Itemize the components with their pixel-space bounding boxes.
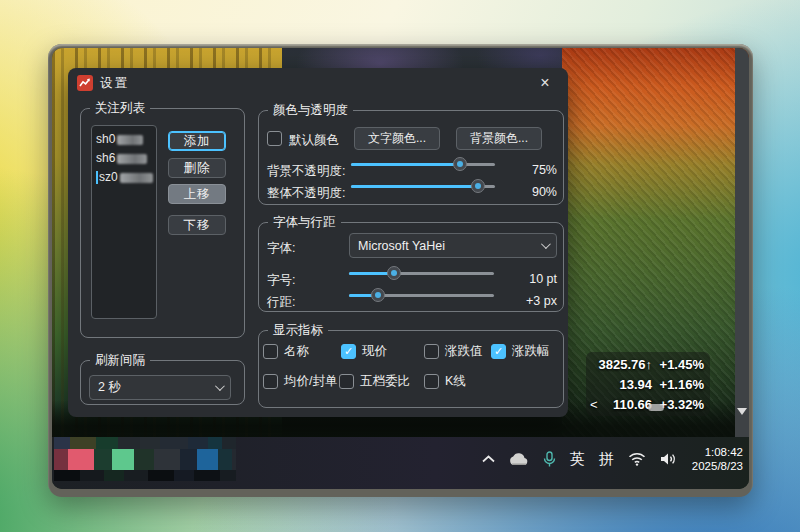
monitor-screen: 设置 × 关注列表 sh0sh6sz0 添加 删除 上移 下移 刷新间隔 2 秒 (48, 44, 753, 497)
taskbar-app-tile[interactable] (180, 449, 197, 470)
ime-mode-indicator[interactable]: 拼 (599, 450, 614, 469)
line-spacing-slider[interactable] (349, 286, 494, 304)
indicator-checkbox[interactable]: 五档委比 (339, 373, 410, 390)
taskbar-app-tile[interactable] (54, 449, 68, 470)
chevron-down-icon (215, 381, 225, 391)
wifi-icon[interactable] (628, 452, 646, 466)
taskbar-app-tile[interactable] (54, 437, 70, 449)
taskbar-app-tile[interactable] (94, 449, 112, 470)
checkbox-empty (263, 344, 278, 359)
watchlist-item[interactable]: sh0 (96, 130, 156, 149)
watchlist-item-code: sh0 (96, 130, 115, 149)
delete-button[interactable]: 删除 (168, 158, 226, 178)
indicator-checkbox[interactable]: 名称 (263, 343, 309, 360)
ime-language-indicator[interactable]: 英 (570, 450, 585, 469)
text-color-button[interactable]: 文字颜色... (354, 127, 440, 150)
scrollbar-strip[interactable] (735, 48, 749, 437)
cloud-icon[interactable] (509, 452, 529, 466)
move-up-button[interactable]: 上移 (168, 184, 226, 204)
indicator-checkbox[interactable]: 涨跌值 (424, 343, 483, 360)
overall-opacity-label: 整体不透明度: (267, 185, 345, 202)
microphone-icon[interactable] (543, 451, 556, 468)
default-color-label: 默认颜色 (289, 132, 339, 149)
watchlist-item[interactable]: sh6 (96, 149, 156, 168)
taskbar-app-tile[interactable] (96, 437, 118, 449)
checkbox-empty (263, 374, 278, 389)
overall-opacity-slider[interactable] (351, 177, 495, 195)
stock-price: 3825.76↑ (598, 357, 652, 372)
watchlist-item-code: sh6 (96, 149, 115, 168)
redacted-text (117, 154, 147, 164)
taskbar-app-tile[interactable] (134, 449, 154, 470)
stock-price: 13.94 (598, 377, 652, 392)
taskbar-app-tile[interactable] (140, 437, 160, 449)
taskbar-app-tile[interactable] (54, 470, 80, 481)
indicator-checkbox[interactable]: ✓涨跌幅 (491, 343, 550, 360)
refresh-group: 刷新间隔 2 秒 (80, 360, 245, 405)
move-down-button[interactable]: 下移 (168, 215, 226, 235)
watchlist-item[interactable]: sz0 (96, 168, 156, 187)
scrollbar-down-icon[interactable] (737, 408, 747, 415)
overall-opacity-value: 90% (503, 185, 557, 199)
speaker-icon[interactable] (660, 452, 677, 466)
bg-opacity-slider[interactable] (351, 155, 495, 173)
indicator-checkbox[interactable]: 均价/封单 (263, 373, 337, 390)
indicator-label: K线 (445, 373, 466, 390)
redacted-text (117, 135, 143, 145)
taskbar-app-tile[interactable] (222, 437, 236, 449)
text-caret-icon (96, 171, 98, 184)
mosaic-row (54, 449, 236, 470)
tray-clock[interactable]: 1:08:42 2025/8/23 (692, 445, 743, 473)
line-spacing-label: 行距: (267, 294, 295, 311)
add-button[interactable]: 添加 (168, 131, 226, 151)
font-family-value: Microsoft YaHei (358, 239, 445, 253)
taskbar-app-tile[interactable] (188, 437, 208, 449)
tray-chevron-up-icon[interactable] (482, 455, 495, 463)
bg-color-button[interactable]: 背景颜色... (456, 127, 542, 150)
taskbar-app-tile[interactable] (124, 470, 148, 481)
default-color-checkbox[interactable] (267, 131, 282, 146)
taskbar-app-tile[interactable] (208, 437, 222, 449)
indicator-checkbox[interactable]: ✓现价 (341, 343, 387, 360)
slider-thumb[interactable] (471, 179, 485, 193)
taskbar-app-tile[interactable] (68, 449, 94, 470)
dialog-title: 设置 (100, 75, 129, 92)
refresh-interval-select[interactable]: 2 秒 (89, 375, 231, 400)
taskbar-app-tile[interactable] (148, 470, 174, 481)
stock-row: 3825.76↑+1.45% (590, 354, 704, 374)
font-family-select[interactable]: Microsoft YaHei (349, 233, 557, 258)
indicator-label: 五档委比 (360, 373, 410, 390)
system-tray: 英 拼 1:08:42 2025/8/23 (475, 437, 743, 481)
indicator-row-1: 名称✓现价涨跌值✓涨跌幅 (259, 343, 563, 363)
slider-thumb[interactable] (453, 157, 467, 171)
indicators-group-label: 显示指标 (268, 322, 328, 339)
taskbar-app-tile[interactable] (220, 470, 236, 481)
taskbar-app-tile[interactable] (174, 470, 194, 481)
taskbar-app-tile[interactable] (160, 437, 188, 449)
font-size-slider[interactable] (349, 264, 494, 282)
taskbar-app-tile[interactable] (154, 449, 180, 470)
chevron-down-icon (541, 239, 551, 249)
indicator-checkbox[interactable]: K线 (424, 373, 466, 390)
taskbar-app-tile[interactable] (218, 449, 232, 470)
taskbar-app-tile[interactable] (232, 449, 236, 470)
taskbar-app-tile[interactable] (80, 470, 104, 481)
drag-handle-dot (648, 404, 664, 411)
taskbar-app-tile[interactable] (194, 470, 220, 481)
watchlist-group: 关注列表 sh0sh6sz0 添加 删除 上移 下移 (80, 108, 245, 338)
refresh-interval-value: 2 秒 (98, 379, 121, 396)
taskbar-app-tile[interactable] (104, 470, 124, 481)
taskbar-app-tile[interactable] (112, 449, 134, 470)
close-icon[interactable]: × (534, 73, 556, 93)
stock-row: 13.94+1.16% (590, 374, 704, 394)
taskbar-app-tile[interactable] (70, 437, 96, 449)
slider-thumb[interactable] (371, 288, 385, 302)
clock-date: 2025/8/23 (692, 459, 743, 473)
dialog-titlebar[interactable]: 设置 × (68, 68, 568, 98)
stock-row: <110.66+3.32% (590, 394, 704, 414)
checkmark-icon: ✓ (491, 344, 506, 359)
taskbar-app-tile[interactable] (118, 437, 140, 449)
taskbar-app-tile[interactable] (197, 449, 218, 470)
watchlist-listbox[interactable]: sh0sh6sz0 (91, 125, 157, 319)
slider-thumb[interactable] (387, 266, 401, 280)
